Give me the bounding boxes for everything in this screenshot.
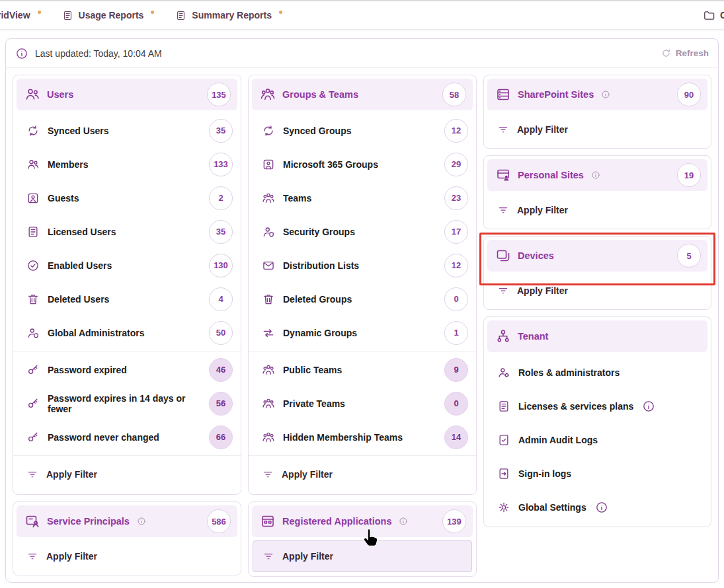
count-badge: 46 <box>209 358 233 382</box>
list-item-deleted-users[interactable]: Deleted Users 4 <box>13 282 241 316</box>
list-item-guests[interactable]: Guests 2 <box>13 181 241 215</box>
item-label: Distribution Lists <box>283 260 359 271</box>
count-badge: 4 <box>209 287 233 311</box>
list-item-members[interactable]: Members 133 <box>13 147 241 181</box>
item-label: Microsoft 365 Groups <box>283 159 378 170</box>
list-item-teams[interactable]: Teams 23 <box>249 181 476 215</box>
list-item-public-teams[interactable]: Public Teams 9 <box>249 353 476 386</box>
tab-label: C <box>720 10 724 20</box>
item-label: Sign-in logs <box>518 468 571 479</box>
card-personal-sites: Personal Sites 19 Apply Filter <box>483 155 711 229</box>
mail-icon <box>262 259 275 272</box>
apply-filter-users[interactable]: Apply Filter <box>13 457 241 492</box>
card-title: SharePoint Sites <box>518 89 594 100</box>
apply-filter-sharepoint-sites[interactable]: Apply Filter <box>484 114 711 145</box>
list-item-synced-groups[interactable]: Synced Groups 12 <box>249 114 476 147</box>
item-label: Guests <box>48 193 79 203</box>
list-item-private-teams[interactable]: Private Teams 0 <box>249 386 476 420</box>
divider <box>13 351 241 351</box>
tab-custom-reports[interactable]: C <box>703 9 724 22</box>
tab-usage-reports[interactable]: Usage Reports <box>52 1 165 29</box>
list-item-hidden-membership-teams[interactable]: Hidden Membership Teams 14 <box>249 420 476 454</box>
info-icon[interactable] <box>591 170 600 180</box>
apply-filter-groups[interactable]: Apply Filter <box>249 457 476 492</box>
list-item-security-groups[interactable]: Security Groups 17 <box>249 215 476 248</box>
list-item-roles-administrators[interactable]: Roles & administrators <box>484 355 711 389</box>
count-badge: 133 <box>209 153 233 176</box>
list-item-distribution-lists[interactable]: Distribution Lists 12 <box>249 248 476 282</box>
count-badge: 139 <box>442 509 466 533</box>
dashboard-panel: Last updated: Today, 10:04 AM Refresh Us… <box>5 38 719 583</box>
folder-icon <box>703 9 715 22</box>
info-icon[interactable] <box>399 517 408 526</box>
list-item-licenses-services-plans[interactable]: Licenses & services plans <box>484 389 711 423</box>
list-item-admin-audit-logs[interactable]: Admin Audit Logs <box>484 423 711 457</box>
sync-icon <box>262 124 275 137</box>
filter-icon <box>497 204 509 216</box>
teams-icon <box>262 431 275 444</box>
info-icon[interactable] <box>642 400 655 413</box>
list-item-licensed-users[interactable]: Licensed Users 35 <box>13 215 241 248</box>
card-header-registered-applications[interactable]: Registered Applications 139 <box>252 505 473 537</box>
card-header-service-principals[interactable]: Service Principals 586 <box>17 505 237 537</box>
card-header-sharepoint-sites[interactable]: SharePoint Sites 90 <box>487 79 707 110</box>
list-item-synced-users[interactable]: Synced Users 35 <box>13 114 241 147</box>
trash-icon <box>262 293 275 306</box>
devices-icon <box>495 248 511 264</box>
card-header-personal-sites[interactable]: Personal Sites 19 <box>487 159 707 191</box>
card-groups-teams: Groups & Teams 58 Synced Groups 12 Micro… <box>248 75 477 495</box>
trash-icon <box>26 293 40 306</box>
card-registered-applications: Registered Applications 139 Apply Filter <box>248 501 477 577</box>
tenant-icon <box>495 328 511 344</box>
card-header-groups-teams[interactable]: Groups & Teams 58 <box>252 79 473 110</box>
card-title: Tenant <box>518 331 548 342</box>
license-icon <box>497 400 510 413</box>
item-label: Hidden Membership Teams <box>283 432 403 443</box>
list-item-global-administrators[interactable]: Global Administrators 50 <box>13 316 241 349</box>
list-item-password-expired[interactable]: Password expired 46 <box>13 353 241 386</box>
item-label: Roles & administrators <box>518 367 620 378</box>
apply-filter-service-principals[interactable]: Apply Filter <box>13 540 241 572</box>
count-badge: 0 <box>444 392 468 416</box>
registered-apps-icon <box>260 513 276 529</box>
card-header-users[interactable]: Users 135 <box>17 79 237 110</box>
item-label: Admin Audit Logs <box>518 435 598 445</box>
list-item-global-settings[interactable]: Global Settings <box>484 490 711 524</box>
apply-filter-registered-applications[interactable]: Apply Filter <box>253 540 472 572</box>
list-item-deleted-groups[interactable]: Deleted Groups 0 <box>249 282 476 316</box>
tab-summary-reports[interactable]: Summary Reports <box>165 1 293 29</box>
card-header-tenant[interactable]: Tenant <box>487 320 707 352</box>
count-badge: 1 <box>444 321 468 345</box>
info-icon[interactable] <box>595 501 608 514</box>
list-item-password-never-changed[interactable]: Password never changed 66 <box>13 420 241 454</box>
devices-card-wrapper: Devices 5 Apply Filter <box>483 236 711 310</box>
list-item-enabled-users[interactable]: Enabled Users 130 <box>13 248 241 282</box>
info-icon[interactable] <box>137 517 146 526</box>
info-icon[interactable] <box>601 90 610 99</box>
card-title: Devices <box>518 250 554 261</box>
users-icon <box>24 87 40 102</box>
item-label: Global Administrators <box>48 328 145 338</box>
apply-filter-personal-sites[interactable]: Apply Filter <box>484 194 711 226</box>
list-item-signin-logs[interactable]: Sign-in logs <box>484 457 711 490</box>
filter-icon <box>26 468 38 480</box>
refresh-icon <box>661 48 671 58</box>
list-item-m365-groups[interactable]: Microsoft 365 Groups 29 <box>249 147 476 181</box>
status-bar: Last updated: Today, 10:04 AM Refresh <box>6 39 718 68</box>
tab-gridview[interactable]: ridView <box>0 1 52 29</box>
card-title: Groups & Teams <box>282 89 358 100</box>
info-icon[interactable] <box>15 47 28 60</box>
apply-filter-devices[interactable]: Apply Filter <box>484 275 711 307</box>
list-item-dynamic-groups[interactable]: Dynamic Groups 1 <box>249 316 476 349</box>
column-1: Users 135 Synced Users 35 Members 133 Gu… <box>13 75 241 575</box>
card-header-devices[interactable]: Devices 5 <box>487 240 707 272</box>
count-badge: 66 <box>209 425 233 449</box>
teams-icon <box>262 397 275 410</box>
teams-icon <box>262 363 275 377</box>
tab-status-dot <box>279 11 282 14</box>
guest-icon <box>26 192 40 205</box>
list-item-password-expires-soon[interactable]: Password expires in 14 days or fewer 56 <box>13 386 241 420</box>
filter-icon <box>497 285 509 297</box>
refresh-button[interactable]: Refresh <box>661 48 709 58</box>
item-label: Synced Users <box>48 126 109 136</box>
